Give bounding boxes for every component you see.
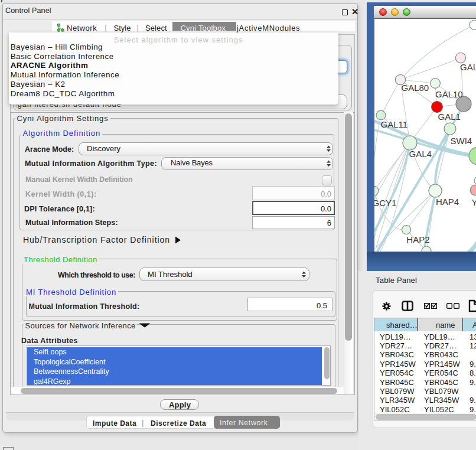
svg-text:SWI4: SWI4	[450, 135, 472, 145]
svg-text:GAL2: GAL2	[460, 62, 476, 72]
svg-text:GAL4: GAL4	[409, 148, 431, 158]
svg-text:GAL1: GAL1	[438, 112, 460, 122]
svg-text:GAL80: GAL80	[401, 83, 429, 93]
svg-text:GAL10: GAL10	[435, 89, 463, 99]
svg-text:YEL: YEL	[471, 197, 476, 207]
svg-text:HAP4: HAP4	[435, 196, 458, 206]
svg-text:HAP2: HAP2	[406, 234, 429, 244]
svg-text:GAL11: GAL11	[380, 119, 407, 129]
svg-text:GCY1: GCY1	[374, 197, 396, 207]
